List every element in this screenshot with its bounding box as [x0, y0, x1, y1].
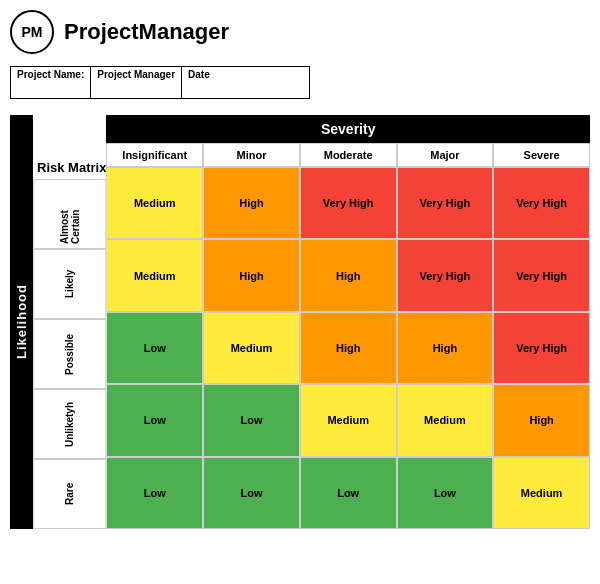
risk-matrix-label: Risk Matrix	[33, 115, 106, 179]
severity-title: Severity	[106, 115, 590, 143]
grid-cell: Low	[106, 312, 203, 384]
grid-cell: High	[300, 239, 397, 311]
row-label: Possible	[33, 319, 106, 389]
grid-row: LowMediumHighHighVery High	[106, 312, 590, 384]
grid-cell: High	[203, 239, 300, 311]
grid-cell: Very High	[397, 239, 494, 311]
grid-cell: Low	[106, 384, 203, 456]
grid-cell: Very High	[493, 312, 590, 384]
grid-cell: Very High	[493, 167, 590, 239]
col-header: Major	[397, 143, 494, 167]
project-manager-value	[97, 80, 175, 96]
app-title: ProjectManager	[64, 19, 229, 45]
col-header: Insignificant	[106, 143, 203, 167]
grid-cell: Very High	[397, 167, 494, 239]
grid-cell: High	[397, 312, 494, 384]
col-header: Moderate	[300, 143, 397, 167]
grid-cell: Medium	[397, 384, 494, 456]
row-label: Unliketyh	[33, 389, 106, 459]
grid-row: MediumHighHighVery HighVery High	[106, 239, 590, 311]
project-name-label: Project Name:	[17, 69, 84, 80]
likelihood-label: Likelihood	[10, 115, 33, 529]
row-labels: Almost CertainLikelyPossibleUnliketyhRar…	[33, 179, 106, 529]
grid-cell: Medium	[106, 167, 203, 239]
grid-cell: Medium	[203, 312, 300, 384]
project-manager-cell: Project Manager	[91, 67, 182, 98]
grid-cell: Medium	[300, 384, 397, 456]
project-name-cell: Project Name:	[11, 67, 91, 98]
row-label: Likely	[33, 249, 106, 319]
col-header: Severe	[493, 143, 590, 167]
main-grid: Severity InsignificantMinorModerateMajor…	[106, 115, 590, 529]
grid-cell: High	[493, 384, 590, 456]
col-header: Minor	[203, 143, 300, 167]
date-cell: Date	[182, 67, 216, 98]
project-info: Project Name: Project Manager Date	[10, 66, 310, 99]
date-value	[188, 80, 210, 96]
grid-cell: Low	[203, 457, 300, 529]
project-manager-label: Project Manager	[97, 69, 175, 80]
grid-row: LowLowMediumMediumHigh	[106, 384, 590, 456]
grid-cell: Very High	[493, 239, 590, 311]
grid-cell: Low	[397, 457, 494, 529]
left-section: Risk Matrix Almost CertainLikelyPossible…	[33, 115, 106, 529]
grid-cell: Low	[300, 457, 397, 529]
row-label: Rare	[33, 459, 106, 529]
grid-row: MediumHighVery HighVery HighVery High	[106, 167, 590, 239]
grid-cell: High	[203, 167, 300, 239]
pm-logo: PM	[10, 10, 54, 54]
grid-cell: Medium	[493, 457, 590, 529]
grid-rows: MediumHighVery HighVery HighVery HighMed…	[106, 167, 590, 529]
row-label: Almost Certain	[33, 179, 106, 249]
grid-cell: Low	[203, 384, 300, 456]
grid-cell: High	[300, 312, 397, 384]
severity-header: Severity InsignificantMinorModerateMajor…	[106, 115, 590, 167]
risk-matrix-wrapper: Likelihood Risk Matrix Almost CertainLik…	[10, 115, 590, 529]
grid-row: LowLowLowLowMedium	[106, 457, 590, 529]
grid-cell: Low	[106, 457, 203, 529]
project-name-value	[17, 80, 84, 96]
grid-cell: Very High	[300, 167, 397, 239]
date-label: Date	[188, 69, 210, 80]
col-headers: InsignificantMinorModerateMajorSevere	[106, 143, 590, 167]
header: PM ProjectManager	[10, 10, 590, 54]
grid-cell: Medium	[106, 239, 203, 311]
